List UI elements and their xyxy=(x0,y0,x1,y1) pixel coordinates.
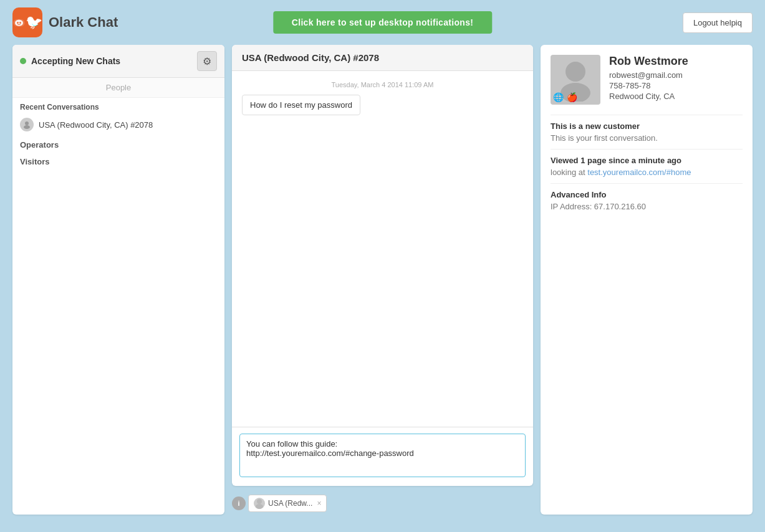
svg-point-6 xyxy=(256,504,263,509)
sidebar: Accepting New Chats ⚙ People Recent Conv… xyxy=(12,45,224,515)
advanced-section: Advanced Info IP Address: 67.170.216.60 xyxy=(551,183,743,211)
message-bubble: How do I reset my password xyxy=(242,95,360,115)
svg-point-7 xyxy=(565,62,585,82)
ip-address: IP Address: 67.170.216.60 xyxy=(551,202,743,211)
visitors-section[interactable]: Visitors xyxy=(12,152,224,169)
badge-globe: 🌐 xyxy=(552,91,564,103)
notification-area: Click here to set up desktop notificatio… xyxy=(273,11,492,34)
recent-user-item[interactable]: USA (Redwood City, CA) #2078 xyxy=(12,114,224,135)
svg-point-1 xyxy=(17,22,19,24)
notification-button[interactable]: Click here to set up desktop notificatio… xyxy=(273,11,492,34)
badge-apple: 🍎 xyxy=(565,91,578,103)
tab-info-icon: i xyxy=(232,496,246,510)
status-dot xyxy=(20,58,26,64)
main-layout: Accepting New Chats ⚙ People Recent Conv… xyxy=(0,45,765,527)
new-customer-text: This is your first conversation. xyxy=(551,133,743,143)
message-timestamp: Tuesday, March 4 2014 11:09 AM xyxy=(242,81,523,88)
svg-point-4 xyxy=(24,125,30,129)
tab-avatar-icon xyxy=(254,498,265,509)
chat-messages: Tuesday, March 4 2014 11:09 AM How do I … xyxy=(232,71,533,427)
chat-input-area xyxy=(232,427,533,486)
chat-tabs: i USA (Redw... × xyxy=(232,492,533,515)
right-panel: 🌐 🍎 Rob Westmore robwest@gmail.com 758-7… xyxy=(541,45,753,515)
olark-logo-icon xyxy=(12,7,42,37)
operators-section[interactable]: Operators xyxy=(12,135,224,152)
viewed-text: looking at xyxy=(551,168,585,177)
recent-conversations-label: Recent Conversations xyxy=(12,98,224,114)
visitor-phone: 758-785-78 xyxy=(609,81,743,90)
top-bar: Olark Chat Click here to set up desktop … xyxy=(0,0,765,45)
viewed-link: looking at test.youremailco.com/#home xyxy=(551,168,743,177)
visitor-name: Rob Westmore xyxy=(609,55,743,68)
visitor-info: Rob Westmore robwest@gmail.com 758-785-7… xyxy=(609,55,743,101)
gear-button[interactable]: ⚙ xyxy=(197,51,217,71)
visitor-avatar: 🌐 🍎 xyxy=(551,55,600,105)
tab-close-button[interactable]: × xyxy=(317,499,321,508)
advanced-title: Advanced Info xyxy=(551,190,743,199)
chat-input[interactable] xyxy=(239,434,526,477)
avatar-badges: 🌐 🍎 xyxy=(552,91,578,103)
viewed-section: Viewed 1 page since a minute ago looking… xyxy=(551,149,743,177)
new-customer-section: This is a new customer This is your firs… xyxy=(551,115,743,143)
viewed-title: Viewed 1 page since a minute ago xyxy=(551,156,743,165)
logout-button[interactable]: Logout helpiq xyxy=(683,12,753,33)
chat-header: USA (Redwood City, CA) #2078 xyxy=(232,45,533,71)
logo-area: Olark Chat xyxy=(12,7,118,37)
chat-panel: USA (Redwood City, CA) #2078 Tuesday, Ma… xyxy=(232,45,533,486)
visitor-location: Redwood City, CA xyxy=(609,92,743,101)
svg-point-2 xyxy=(19,22,21,24)
tab-label: USA (Redw... xyxy=(268,499,312,508)
app-title: Olark Chat xyxy=(49,14,118,31)
new-customer-title: This is a new customer xyxy=(551,121,743,131)
accepting-label: Accepting New Chats xyxy=(31,56,192,66)
chat-area: USA (Redwood City, CA) #2078 Tuesday, Ma… xyxy=(232,45,533,515)
visitor-email: robwest@gmail.com xyxy=(609,70,743,80)
svg-point-3 xyxy=(25,121,29,125)
chat-tab[interactable]: USA (Redw... × xyxy=(248,495,327,512)
user-avatar-small xyxy=(20,118,34,131)
people-header: People xyxy=(12,78,224,98)
svg-point-5 xyxy=(257,499,262,504)
visitor-profile: 🌐 🍎 Rob Westmore robwest@gmail.com 758-7… xyxy=(551,55,743,105)
recent-user-label: USA (Redwood City, CA) #2078 xyxy=(39,120,153,130)
sidebar-header: Accepting New Chats ⚙ xyxy=(12,45,224,78)
viewed-url[interactable]: test.youremailco.com/#home xyxy=(587,168,691,177)
